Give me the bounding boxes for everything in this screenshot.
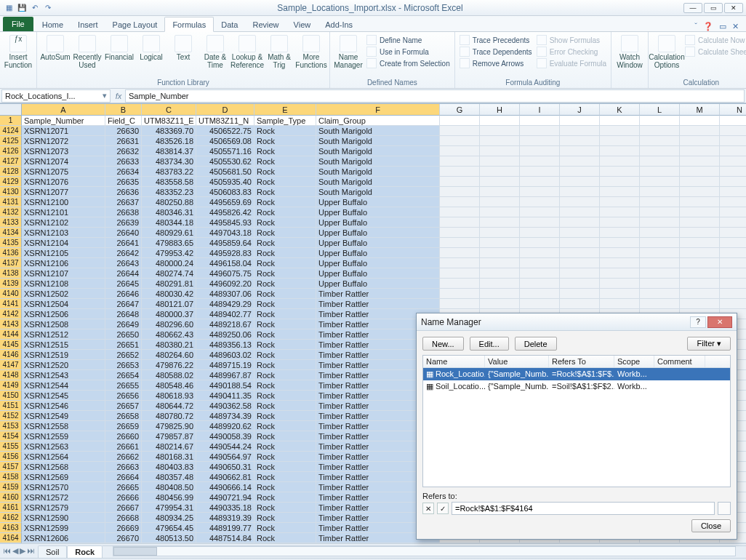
row-header[interactable]: 4143 xyxy=(0,319,22,329)
cell[interactable] xyxy=(520,268,560,279)
header-cell[interactable]: Sample_Type xyxy=(254,116,316,126)
close-button-dialog[interactable]: Close xyxy=(691,519,731,532)
cell[interactable] xyxy=(640,187,680,197)
cell[interactable] xyxy=(520,156,560,167)
cell[interactable]: XSRN12075 xyxy=(22,167,105,177)
cell[interactable]: 4490650.31 xyxy=(196,462,254,472)
cell[interactable]: 4489920.62 xyxy=(196,421,254,431)
cell[interactable]: XSRN12572 xyxy=(22,492,105,503)
cell[interactable] xyxy=(680,197,720,207)
cell[interactable] xyxy=(640,156,680,167)
name-list[interactable]: NameValueRefers ToScopeComment ▦ Rock_Lo… xyxy=(422,355,731,487)
cell[interactable]: Rock xyxy=(254,523,316,533)
cell[interactable] xyxy=(680,187,720,197)
minimize-ribbon-icon[interactable]: ˇ xyxy=(694,22,697,31)
cell[interactable]: 4496092.20 xyxy=(196,279,254,289)
cell[interactable]: 4506083.83 xyxy=(196,187,254,197)
trace-dependents-button[interactable]: Trace Dependents xyxy=(460,47,532,57)
cell[interactable]: 4489356.13 xyxy=(196,340,254,350)
cell[interactable] xyxy=(480,177,520,187)
cell[interactable] xyxy=(680,156,720,167)
file-tab[interactable]: File xyxy=(3,17,33,31)
cell[interactable] xyxy=(720,156,746,167)
cell[interactable]: 26642 xyxy=(105,248,142,258)
cell[interactable] xyxy=(680,279,720,289)
cell[interactable]: 26637 xyxy=(105,197,142,207)
maximize-button[interactable]: ▭ xyxy=(704,3,723,13)
cell[interactable] xyxy=(720,217,746,228)
cell[interactable] xyxy=(680,136,720,146)
cell[interactable]: 480780.72 xyxy=(142,411,196,421)
cell[interactable] xyxy=(520,217,560,228)
date-time-button[interactable]: Date & Time xyxy=(201,35,229,69)
cell[interactable]: 26652 xyxy=(105,350,142,360)
cell[interactable]: XSRN12520 xyxy=(22,360,105,370)
select-all-corner[interactable] xyxy=(0,104,22,116)
col-header-M[interactable]: M xyxy=(680,104,720,116)
cell[interactable] xyxy=(680,268,720,279)
cell[interactable]: 480408.50 xyxy=(142,482,196,492)
col-header-B[interactable]: B xyxy=(105,104,142,116)
col-header-G[interactable]: G xyxy=(440,104,480,116)
cell[interactable]: XSRN12106 xyxy=(22,258,105,268)
row-header-1[interactable]: 1 xyxy=(0,116,22,126)
cell[interactable]: Rock xyxy=(254,503,316,513)
header-cell[interactable] xyxy=(600,116,640,126)
cell[interactable] xyxy=(600,187,640,197)
cell[interactable]: XSRN12077 xyxy=(22,187,105,197)
cell[interactable]: 26665 xyxy=(105,482,142,492)
cell[interactable]: 26633 xyxy=(105,156,142,167)
tab-data[interactable]: Data xyxy=(214,17,245,31)
close-button[interactable]: ✕ xyxy=(724,3,743,13)
cell[interactable]: 483369.70 xyxy=(142,126,196,136)
cell[interactable]: 480250.88 xyxy=(142,197,196,207)
cell[interactable]: 26632 xyxy=(105,146,142,156)
cell[interactable]: 4495859.64 xyxy=(196,238,254,248)
cell[interactable]: 26666 xyxy=(105,492,142,503)
cell[interactable] xyxy=(600,156,640,167)
cell[interactable]: 4489199.77 xyxy=(196,523,254,533)
calculate-now-button[interactable]: Calculate Now xyxy=(685,35,746,45)
cell[interactable]: Rock xyxy=(254,217,316,228)
financial-button[interactable]: Financial xyxy=(105,35,133,62)
cell[interactable] xyxy=(560,136,600,146)
cell[interactable]: 479825.90 xyxy=(142,421,196,431)
cell[interactable] xyxy=(640,197,680,207)
header-cell[interactable] xyxy=(680,116,720,126)
remove-arrows-button[interactable]: Remove Arrows xyxy=(460,58,532,68)
cell[interactable] xyxy=(440,177,480,187)
tab-add-ins[interactable]: Add-Ins xyxy=(318,17,360,31)
name-manager-button[interactable]: Name Manager xyxy=(334,35,362,69)
cell[interactable]: Rock xyxy=(254,350,316,360)
formula-bar[interactable]: Sample_Number xyxy=(125,89,745,103)
cell[interactable]: 483558.58 xyxy=(142,177,196,187)
help-icon[interactable]: ❓ xyxy=(703,22,713,31)
cell[interactable] xyxy=(720,228,746,238)
edit-name-button[interactable]: Edit... xyxy=(470,337,509,351)
cell[interactable]: Rock xyxy=(254,309,316,319)
header-cell[interactable] xyxy=(640,116,680,126)
tab-view[interactable]: View xyxy=(286,17,318,31)
cell[interactable] xyxy=(720,167,746,177)
cell[interactable]: 4495845.93 xyxy=(196,217,254,228)
cell[interactable]: Upper Buffalo xyxy=(316,258,440,268)
cell[interactable]: 483352.23 xyxy=(142,187,196,197)
cell[interactable]: 26638 xyxy=(105,207,142,217)
col-header-A[interactable]: A xyxy=(22,104,105,116)
cell[interactable]: 26647 xyxy=(105,299,142,309)
cell[interactable] xyxy=(440,258,480,268)
row-header[interactable]: 4139 xyxy=(0,279,22,289)
more-functions-button[interactable]: More Functions xyxy=(297,35,325,69)
cell[interactable]: 480934.25 xyxy=(142,513,196,523)
cell[interactable] xyxy=(480,126,520,136)
cell[interactable]: Rock xyxy=(254,472,316,482)
cell[interactable]: 26658 xyxy=(105,411,142,421)
cell[interactable]: Rock xyxy=(254,156,316,167)
sheet-nav-prev-icon[interactable]: ◀ xyxy=(12,546,18,556)
cell[interactable]: XSRN12074 xyxy=(22,156,105,167)
cell[interactable] xyxy=(600,289,640,299)
cell[interactable] xyxy=(560,156,600,167)
nm-col-header[interactable]: Refers To xyxy=(549,356,614,367)
cell[interactable]: Upper Buffalo xyxy=(316,248,440,258)
watch-window-button[interactable]: Watch Window xyxy=(616,35,643,69)
